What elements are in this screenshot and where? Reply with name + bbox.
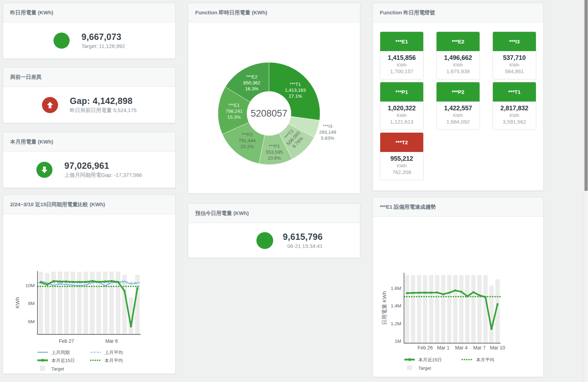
target-bar — [435, 275, 439, 343]
legend-label: 上月平均 — [105, 349, 123, 356]
legend-label: 本月平均 — [105, 357, 123, 364]
dashboard-page: 昨日用電量 (KWh) 9,667,073 Target: 11,128,992… — [0, 0, 588, 382]
tile-header: ***T2 — [380, 133, 423, 152]
legend-label: 上月同期 — [51, 349, 70, 356]
tile-unit: KWh — [493, 62, 536, 68]
legend-item-thick[interactable]: 本月近15日 — [404, 356, 461, 363]
tile-unit: KWh — [437, 113, 480, 118]
x-tick-label: Feb 27 — [59, 338, 74, 344]
data-point — [52, 280, 55, 282]
stat-value: 9,615,796 — [283, 232, 323, 242]
tile-value: 537,710 — [493, 54, 536, 62]
donut-chart: ***T11,413,18327.1%***I3293,1495.63%***T… — [188, 22, 360, 194]
y-tick-label: 1.4M — [391, 303, 401, 308]
tile-unit: KWh — [493, 113, 536, 118]
legend-swatch — [37, 350, 49, 356]
tile-header: ***T1 — [493, 82, 536, 102]
panel-title: Function 昨日用電燈號 — [373, 3, 543, 22]
panel-realtime-donut: Function 即時日用電量 (KWh) ***T11,413,18327.1… — [188, 3, 360, 194]
scrollbar-thumb[interactable] — [585, 0, 588, 191]
panel-title: 本月用電量 (KWh) — [3, 132, 175, 152]
legend-label: Target — [418, 366, 431, 371]
stat-subtext: 上個月同期用電Gap: -17,377,566 — [64, 172, 142, 179]
legend-swatch — [404, 365, 416, 371]
tiles-grid: ***E11,415,856KWh1,700,157***E21,496,662… — [373, 22, 543, 180]
panel-forecast: 預估今日用電量 (KWh) 9,615,796 06-21 15:34:41 — [188, 203, 360, 258]
x-tick-label: Feb 26 — [418, 345, 433, 350]
tile-header: ***I3 — [493, 32, 536, 51]
y-tick-label: 10M — [26, 283, 35, 288]
legend-item-dashed[interactable]: 上月平均 — [90, 349, 143, 356]
x-tick-label: Mar 1 — [437, 345, 449, 350]
tile-unit: KWh — [380, 62, 423, 68]
tile-target-value: 1,675,939 — [437, 68, 480, 74]
stat-subtext: Target: 11,128,992 — [82, 43, 125, 49]
tile-header: ***P2 — [437, 82, 480, 102]
data-point — [460, 291, 462, 293]
data-point — [46, 284, 48, 286]
target-bar — [453, 275, 457, 343]
legend-swatch — [404, 357, 416, 363]
target-bar — [489, 286, 494, 343]
tile-value: 2,817,832 — [493, 105, 536, 112]
y-tick-label: 6M — [28, 319, 35, 324]
stat-subtext: 昨日與前日用電量 5,524,175 — [70, 107, 137, 114]
status-tile-I3: ***I3537,710KWh584,861 — [493, 32, 536, 79]
panel-month-usage: 本月用電量 (KWh) 97,026,961 上個月同期用電Gap: -17,3… — [3, 132, 176, 188]
legend-item-box[interactable]: Target — [37, 365, 90, 372]
legend-item-dotted[interactable]: 本月平均 — [461, 356, 519, 363]
tile-unit: KWh — [380, 113, 423, 118]
data-point — [406, 292, 408, 294]
tile-value: 1,415,856 — [380, 54, 423, 62]
legend-item-line[interactable]: 上月同期 — [37, 349, 90, 356]
data-point — [59, 280, 61, 283]
data-point — [136, 287, 139, 289]
stat-body: 97,026,961 上個月同期用電Gap: -17,377,566 — [3, 152, 175, 188]
status-tile-E1: ***E11,415,856KWh1,700,157 — [380, 32, 424, 79]
stat-value: 9,667,073 — [82, 32, 125, 42]
compare-chart-area: 6M8M10MFeb 27Mar 6KWh 上月同期上月平均本月近15日本月平均… — [3, 214, 175, 372]
y-tick-label: 8M — [28, 301, 35, 306]
panel-title: 2/24~3/10 近15日同期用電量比較 (KWh) — [3, 195, 175, 214]
panel-title: 預估今日用電量 (KWh) — [188, 204, 360, 223]
panel-title: 昨日用電量 (KWh) — [3, 3, 175, 22]
legend-item-dotted[interactable]: 本月平均 — [90, 357, 143, 364]
target-bar — [465, 275, 469, 343]
x-tick-label: Mar 4 — [455, 345, 468, 350]
legend-item-box[interactable]: Target — [404, 364, 461, 371]
tile-target-value: 584,861 — [493, 68, 536, 74]
panel-title: ***E1 設備用電達成趨勢 — [373, 197, 543, 217]
data-point — [454, 290, 456, 292]
data-point — [424, 292, 426, 294]
data-point — [85, 281, 87, 283]
tile-header: ***E2 — [437, 32, 480, 51]
target-bar — [471, 275, 475, 343]
target-bar — [411, 275, 415, 343]
data-point — [130, 325, 132, 327]
legend-label: 本月近15日 — [418, 357, 441, 363]
e1-trend-chart: 1M1.2M1.4M1.6MFeb 26Mar 1Mar 4Mar 7Mar 1… — [381, 271, 510, 354]
donut-label: ***I3293,1495.63% — [319, 124, 336, 141]
data-point — [91, 280, 93, 282]
tile-target-value: 762,358 — [380, 169, 423, 175]
panel-status-tiles: Function 昨日用電燈號 ***E11,415,856KWh1,700,1… — [373, 3, 544, 191]
data-point — [123, 290, 126, 292]
target-bar — [122, 275, 127, 334]
tile-value: 1,422,557 — [437, 105, 480, 112]
stat-value: Gap: 4,142,898 — [70, 96, 137, 106]
e1-chart-area: 1M1.2M1.4M1.6MFeb 26Mar 1Mar 4Mar 7Mar 1… — [373, 217, 543, 371]
data-point — [78, 281, 80, 283]
legend-label: 本月近15日 — [51, 357, 75, 364]
y-axis-title: 日用電量 KWh — [381, 291, 387, 325]
stat-body: 9,667,073 Target: 11,128,992 — [3, 22, 175, 58]
data-point — [472, 291, 474, 293]
data-point — [412, 292, 414, 294]
legend-item-thick[interactable]: 本月近15日 — [37, 357, 90, 364]
target-bar — [477, 275, 481, 343]
panel-compare-chart: 2/24~3/10 近15日同期用電量比較 (KWh) 6M8M10MFeb 2… — [3, 195, 176, 374]
data-point — [117, 281, 119, 283]
stat-body: Gap: 4,142,898 昨日與前日用電量 5,524,175 — [3, 87, 175, 123]
data-point — [430, 292, 432, 294]
data-point — [65, 280, 68, 283]
x-tick-label: Mar 7 — [473, 345, 486, 350]
